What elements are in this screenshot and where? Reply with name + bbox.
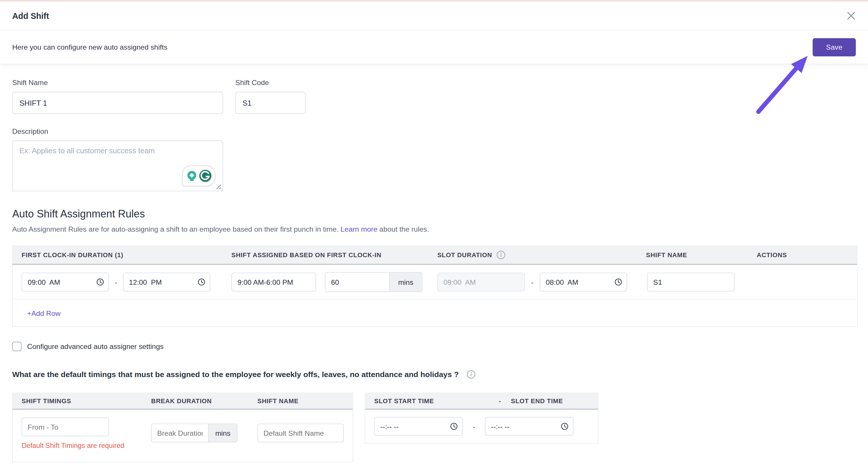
slot-start-time-input[interactable] — [374, 417, 463, 436]
clock-in-start-field — [22, 273, 109, 292]
add-shift-modal: Add Shift Here you can configure new aut… — [0, 0, 868, 472]
modal-subheader: Here you can configure new auto assigned… — [0, 31, 868, 64]
from-to-input[interactable] — [22, 417, 109, 436]
shift-timings-table: SHIFT TIMINGS BREAK DURATION SHIFT NAME … — [12, 393, 353, 463]
col-header-shift-timings: SHIFT TIMINGS — [22, 398, 151, 404]
shift-code-label: Shift Code — [236, 79, 306, 87]
clock-in-start-input[interactable] — [22, 273, 109, 292]
learn-more-link[interactable]: Learn more — [341, 225, 377, 233]
description-label: Description — [12, 127, 856, 136]
slot-end-time-field — [485, 417, 574, 436]
shift-assigned-input[interactable] — [231, 273, 316, 292]
slot-duration-unit: mins — [389, 273, 422, 292]
save-button[interactable]: Save — [812, 38, 856, 56]
break-duration-field-group: mins — [151, 417, 257, 442]
col-header-break-duration: BREAK DURATION — [151, 398, 257, 404]
clock-in-end-input[interactable] — [123, 273, 210, 292]
clock-icon[interactable] — [96, 278, 104, 286]
description-field-group: Description — [12, 127, 856, 191]
advanced-settings-checkbox[interactable] — [12, 342, 22, 351]
shift-name-input[interactable] — [12, 92, 223, 114]
col-header-actions: ACTIONS — [757, 252, 787, 258]
range-dash: - — [525, 278, 539, 286]
auto-assignment-rules-table: FIRST CLOCK-IN DURATION (1) SHIFT ASSIGN… — [12, 245, 858, 327]
break-duration-unit: mins — [208, 424, 237, 442]
clock-icon[interactable] — [450, 423, 458, 430]
timings-table-row: Default Shift Timings are required mins — [13, 410, 353, 462]
shift-timings-error: Default Shift Timings are required — [22, 442, 151, 450]
row-shift-name-input[interactable] — [647, 273, 735, 292]
slot-table-header-row: SLOT START TIME - SLOT END TIME — [365, 393, 598, 410]
from-to-field-group: Default Shift Timings are required — [22, 417, 151, 449]
close-icon[interactable] — [846, 11, 856, 21]
col-header-first-clock-in: FIRST CLOCK-IN DURATION (1) — [22, 252, 231, 258]
subtitle-text-after: about the rules. — [377, 225, 429, 233]
add-row-cell: +Add Row — [13, 300, 857, 326]
slot-start-input-disabled — [437, 273, 525, 292]
add-row-link[interactable]: +Add Row — [27, 309, 60, 317]
slot-start-time-field — [374, 417, 463, 436]
col-header-slot-end-time: SLOT END TIME — [511, 398, 563, 404]
textarea-resize-handle[interactable] — [216, 184, 221, 190]
col-header-shift-assigned: SHIFT ASSIGNED BASED ON FIRST CLOCK-IN — [231, 252, 437, 258]
timings-table-header-row: SHIFT TIMINGS BREAK DURATION SHIFT NAME — [13, 393, 353, 410]
info-icon[interactable] — [466, 370, 475, 378]
shift-code-input[interactable] — [236, 92, 306, 114]
rules-section-subtitle: Auto Assignment Rules are for auto-assig… — [12, 225, 856, 233]
slot-table-row: - — [365, 410, 598, 443]
slot-duration-field: mins — [325, 272, 422, 292]
rules-table-header-row: FIRST CLOCK-IN DURATION (1) SHIFT ASSIGN… — [13, 246, 857, 265]
break-duration-input[interactable] — [152, 424, 208, 442]
slot-end-time-input[interactable] — [485, 417, 574, 436]
range-dash: - — [463, 422, 485, 431]
clock-icon[interactable] — [615, 278, 622, 286]
slot-duration-input[interactable] — [326, 273, 389, 292]
advanced-settings-label: Configure advanced auto assigner setting… — [27, 342, 163, 351]
col-header-slot-start-time: SLOT START TIME — [374, 398, 489, 404]
col-header-slot-duration: SLOT DURATION — [437, 250, 646, 259]
default-shift-name-input[interactable] — [257, 424, 344, 442]
rules-section-title: Auto Shift Assignment Rules — [12, 208, 856, 220]
clock-icon[interactable] — [561, 423, 569, 430]
header-dash: - — [489, 398, 511, 404]
slot-end-field — [539, 273, 627, 292]
info-icon[interactable] — [497, 250, 505, 259]
subtitle-text-before: Auto Assignment Rules are for auto-assig… — [12, 225, 341, 233]
col-header-shift-name: SHIFT NAME — [646, 252, 757, 258]
shift-name-label: Shift Name — [12, 79, 223, 87]
advanced-settings-row: Configure advanced auto assigner setting… — [12, 342, 856, 351]
subheader-text: Here you can configure new auto assigned… — [12, 43, 167, 52]
clock-in-end-field — [123, 273, 210, 292]
col-header-default-shift-name: SHIFT NAME — [257, 398, 299, 404]
slot-end-input[interactable] — [539, 273, 627, 292]
clock-icon[interactable] — [197, 278, 206, 286]
break-duration-field: mins — [151, 424, 238, 442]
default-timings-question-row: What are the default timings that must b… — [12, 370, 856, 378]
modal-header: Add Shift — [0, 2, 868, 31]
shift-name-field-group: Shift Name — [12, 79, 223, 114]
suggestion-bulb-icon[interactable] — [185, 170, 198, 182]
slot-times-table: SLOT START TIME - SLOT END TIME - — [365, 393, 598, 444]
grammarly-g-icon[interactable] — [199, 169, 212, 182]
range-dash: - — [109, 278, 123, 286]
name-code-row: Shift Name Shift Code — [12, 79, 856, 114]
default-timings-question: What are the default timings that must b… — [12, 370, 459, 378]
shift-code-field-group: Shift Code — [236, 79, 306, 114]
default-timings-tables: SHIFT TIMINGS BREAK DURATION SHIFT NAME … — [12, 393, 856, 463]
page-title: Add Shift — [12, 11, 49, 20]
rules-table-row: - mins - — [13, 265, 857, 300]
grammarly-widget[interactable] — [182, 165, 215, 187]
modal-body: Shift Name Shift Code Description — [0, 79, 868, 463]
